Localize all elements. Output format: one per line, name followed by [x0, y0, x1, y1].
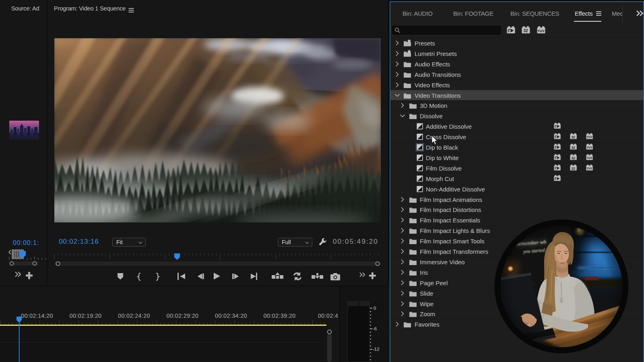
svg-text:YUV: YUV — [537, 29, 545, 33]
svg-text:32: 32 — [571, 166, 575, 170]
svg-text:32: 32 — [571, 146, 575, 150]
svg-text:32: 32 — [571, 135, 575, 139]
svg-text:YUV: YUV — [586, 156, 592, 159]
svg-text:YUV: YUV — [586, 136, 592, 138]
svg-text:32: 32 — [571, 156, 575, 160]
svg-text:32: 32 — [523, 28, 528, 33]
svg-text:YUV: YUV — [586, 167, 592, 170]
svg-text:YUV: YUV — [586, 146, 592, 149]
